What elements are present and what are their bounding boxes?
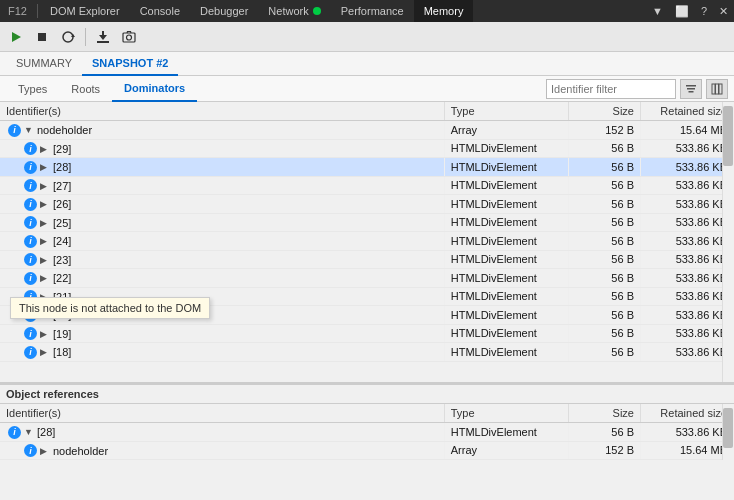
cell-identifier: i ▶ [18] xyxy=(0,343,444,362)
menu-debugger[interactable]: Debugger xyxy=(190,0,258,22)
cell-type: HTMLDivElement xyxy=(444,250,568,269)
cell-identifier: i ▼ [28] xyxy=(0,423,444,442)
info-icon[interactable]: i xyxy=(24,327,37,340)
info-icon[interactable]: i xyxy=(8,124,21,137)
expand-arrow[interactable]: ▶ xyxy=(40,347,50,357)
info-icon[interactable]: i xyxy=(24,444,37,457)
snapshot-tabs: SUMMARY SNAPSHOT #2 xyxy=(0,52,734,76)
cell-size: 56 B xyxy=(568,176,640,195)
table-row[interactable]: i ▶ [26] HTMLDivElement 56 B 533.86 KB xyxy=(0,195,734,214)
dock-icon[interactable]: ⬜ xyxy=(669,0,695,22)
info-icon[interactable]: i xyxy=(24,161,37,174)
subtab-roots[interactable]: Roots xyxy=(59,76,112,102)
expand-arrow[interactable]: ▶ xyxy=(40,181,50,191)
info-icon[interactable]: i xyxy=(24,235,37,248)
table-row[interactable]: i ▶ [18] HTMLDivElement 56 B 533.86 KB xyxy=(0,343,734,362)
tab-summary[interactable]: SUMMARY xyxy=(6,52,82,76)
cell-retained: 533.86 KB xyxy=(641,250,734,269)
table-row[interactable]: i ▼ [28] HTMLDivElement 56 B 533.86 KB xyxy=(0,423,734,442)
menu-memory[interactable]: Memory xyxy=(414,0,474,22)
cell-retained: 533.86 KB xyxy=(641,324,734,343)
menu-bar: F12 DOM Explorer Console Debugger Networ… xyxy=(0,0,734,22)
menu-dom-explorer[interactable]: DOM Explorer xyxy=(40,0,130,22)
table-row[interactable]: i ▶ [22] HTMLDivElement 56 B 533.86 KB xyxy=(0,269,734,288)
stop-button[interactable] xyxy=(30,25,54,49)
subtab-dominators[interactable]: Dominators xyxy=(112,76,197,102)
table-row[interactable]: i ▶ nodeholder Array 152 B 15.64 MB xyxy=(0,441,734,460)
info-icon[interactable]: i xyxy=(24,179,37,192)
play-button[interactable] xyxy=(4,25,28,49)
object-references-header: Object references xyxy=(0,384,734,404)
info-icon[interactable]: i xyxy=(24,272,37,285)
customization-icon[interactable]: ▼ xyxy=(646,0,669,22)
upper-section: Identifier(s) Type Size Retained size i … xyxy=(0,102,734,382)
cell-type: HTMLDivElement xyxy=(444,324,568,343)
cell-size: 56 B xyxy=(568,324,640,343)
expand-arrow[interactable]: ▶ xyxy=(40,162,50,172)
lower-col-header-size: Size xyxy=(568,404,640,423)
table-row[interactable]: i ▶ [28] HTMLDivElement 56 B 533.86 KB xyxy=(0,158,734,177)
expand-arrow[interactable]: ▶ xyxy=(40,273,50,283)
menu-performance[interactable]: Performance xyxy=(331,0,414,22)
filter-button[interactable] xyxy=(680,79,702,99)
table-row[interactable]: i ▶ [25] HTMLDivElement 56 B 533.86 KB xyxy=(0,213,734,232)
menu-console[interactable]: Console xyxy=(130,0,190,22)
expand-arrow[interactable]: ▶ xyxy=(40,446,50,456)
expand-arrow[interactable]: ▶ xyxy=(40,218,50,228)
cell-retained: 15.64 MB xyxy=(641,121,734,140)
cell-type: HTMLDivElement xyxy=(444,158,568,177)
expand-arrow[interactable]: ▼ xyxy=(24,427,34,437)
help-icon[interactable]: ? xyxy=(695,0,713,22)
dom-tooltip: This node is not attached to the DOM xyxy=(10,297,210,319)
info-icon[interactable]: i xyxy=(24,216,37,229)
expand-arrow[interactable]: ▼ xyxy=(24,125,34,135)
tab-snapshot[interactable]: SNAPSHOT #2 xyxy=(82,52,178,76)
lower-col-header-identifier: Identifier(s) xyxy=(0,404,444,423)
subtab-types[interactable]: Types xyxy=(6,76,59,102)
import-button[interactable] xyxy=(91,25,115,49)
stop-icon xyxy=(36,31,48,43)
table-row[interactable]: i ▶ [23] HTMLDivElement 56 B 533.86 KB xyxy=(0,250,734,269)
filter-area xyxy=(546,79,728,99)
expand-arrow[interactable]: ▶ xyxy=(40,236,50,246)
col-header-retained: Retained size xyxy=(641,102,734,121)
svg-rect-6 xyxy=(123,33,135,42)
info-icon[interactable]: i xyxy=(24,142,37,155)
table-row[interactable]: i ▶ [24] HTMLDivElement 56 B 533.86 KB xyxy=(0,232,734,251)
camera-button[interactable] xyxy=(117,25,141,49)
table-row[interactable]: i ▼ nodeholder Array 152 B 15.64 MB xyxy=(0,121,734,140)
upper-scrollbar-track[interactable] xyxy=(722,102,734,382)
cell-type: HTMLDivElement xyxy=(444,306,568,325)
cell-type: HTMLDivElement xyxy=(444,195,568,214)
columns-button[interactable] xyxy=(706,79,728,99)
info-icon[interactable]: i xyxy=(24,253,37,266)
info-icon[interactable]: i xyxy=(24,198,37,211)
close-icon[interactable]: ✕ xyxy=(713,0,734,22)
lower-col-header-retained: Retained size xyxy=(641,404,734,423)
cell-identifier: i ▶ [24] xyxy=(0,232,444,251)
table-row[interactable]: i ▶ [27] HTMLDivElement 56 B 533.86 KB xyxy=(0,176,734,195)
cell-identifier: i ▶ [29] xyxy=(0,139,444,158)
table-row[interactable]: i ▶ [29] HTMLDivElement 56 B 533.86 KB xyxy=(0,139,734,158)
upper-data-table: Identifier(s) Type Size Retained size i … xyxy=(0,102,734,362)
col-header-type: Type xyxy=(444,102,568,121)
upper-scrollbar-thumb[interactable] xyxy=(723,106,733,166)
menu-network[interactable]: Network xyxy=(258,0,330,22)
camera-icon xyxy=(122,30,136,44)
expand-arrow[interactable]: ▶ xyxy=(40,255,50,265)
refresh-button[interactable] xyxy=(56,25,80,49)
expand-arrow[interactable]: ▶ xyxy=(40,144,50,154)
expand-arrow[interactable]: ▶ xyxy=(40,329,50,339)
svg-rect-9 xyxy=(687,88,695,90)
cell-retained: 533.86 KB xyxy=(641,232,734,251)
cell-identifier: i ▶ [27] xyxy=(0,176,444,195)
table-row[interactable]: i ▶ [19] HTMLDivElement 56 B 533.86 KB xyxy=(0,324,734,343)
lower-scrollbar-thumb[interactable] xyxy=(723,408,733,448)
info-icon[interactable]: i xyxy=(24,346,37,359)
cell-type: HTMLDivElement xyxy=(444,287,568,306)
identifier-filter-input[interactable] xyxy=(546,79,676,99)
expand-arrow[interactable]: ▶ xyxy=(40,199,50,209)
info-icon[interactable]: i xyxy=(8,426,21,439)
cell-type: HTMLDivElement xyxy=(444,343,568,362)
lower-scrollbar-track[interactable] xyxy=(722,404,734,460)
